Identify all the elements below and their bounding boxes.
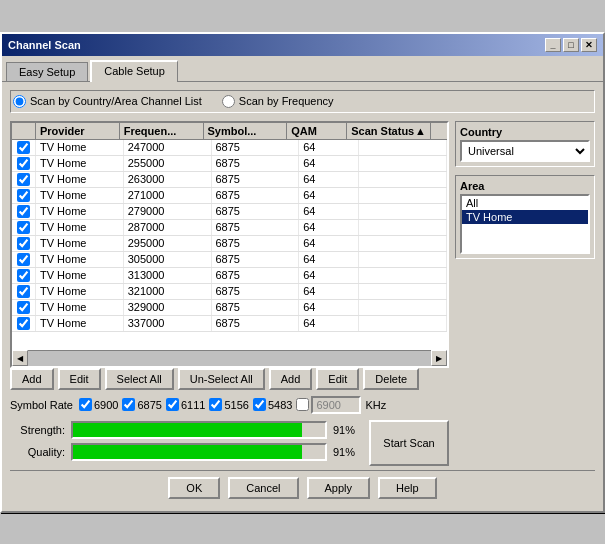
sr-5483[interactable]: 5483 (253, 398, 292, 411)
add-left-button[interactable]: Add (10, 368, 54, 390)
row-frequency-10: 329000 (124, 300, 212, 315)
edit-left-button[interactable]: Edit (58, 368, 101, 390)
sr-6111-check[interactable] (166, 398, 179, 411)
row-qam-3: 64 (299, 188, 359, 203)
row-check-4[interactable] (12, 204, 36, 219)
meters-left: Strength: 91% Quality: 91% (10, 421, 363, 465)
select-all-button[interactable]: Select All (105, 368, 174, 390)
quality-row: Quality: 91% (10, 443, 363, 461)
row-provider-9: TV Home (36, 284, 124, 299)
sr-6900-check[interactable] (79, 398, 92, 411)
col-symbol[interactable]: Symbol... (204, 123, 288, 139)
col-scan-status[interactable]: Scan Status ▲ (347, 123, 431, 139)
row-status-3 (359, 188, 447, 203)
row-symbol-6: 6875 (212, 236, 300, 251)
ok-button[interactable]: OK (168, 477, 220, 499)
row-check-1[interactable] (12, 156, 36, 171)
row-provider-2: TV Home (36, 172, 124, 187)
row-frequency-7: 305000 (124, 252, 212, 267)
scan-by-frequency-radio[interactable] (222, 95, 235, 108)
sr-6900[interactable]: 6900 (79, 398, 118, 411)
start-scan-button[interactable]: Start Scan (369, 420, 449, 466)
apply-button[interactable]: Apply (307, 477, 371, 499)
row-frequency-2: 263000 (124, 172, 212, 187)
row-qam-9: 64 (299, 284, 359, 299)
sr-custom-check[interactable] (296, 398, 309, 411)
row-check-6[interactable] (12, 236, 36, 251)
sr-5156[interactable]: 5156 (209, 398, 248, 411)
row-provider-0: TV Home (36, 140, 124, 155)
col-qam[interactable]: QAM (287, 123, 347, 139)
row-symbol-9: 6875 (212, 284, 300, 299)
row-symbol-3: 6875 (212, 188, 300, 203)
sr-6875[interactable]: 6875 (122, 398, 161, 411)
row-provider-1: TV Home (36, 156, 124, 171)
add-right-button[interactable]: Add (269, 368, 313, 390)
tab-easy-setup[interactable]: Easy Setup (6, 62, 88, 81)
table-row: TV Home 255000 6875 64 (12, 156, 447, 172)
scan-by-country-radio[interactable] (13, 95, 26, 108)
title-bar: Channel Scan _ □ ✕ (2, 34, 603, 56)
table-body: TV Home 247000 6875 64 TV Home 255000 68… (12, 140, 447, 350)
row-check-0[interactable] (12, 140, 36, 155)
row-qam-2: 64 (299, 172, 359, 187)
channel-scan-window: Channel Scan _ □ ✕ Easy Setup Cable Setu… (0, 32, 605, 513)
row-symbol-11: 6875 (212, 316, 300, 331)
row-check-3[interactable] (12, 188, 36, 203)
horizontal-scrollbar[interactable]: ◀ ▶ (12, 350, 447, 366)
col-frequency[interactable]: Frequen... (120, 123, 204, 139)
area-item-1[interactable]: TV Home (462, 210, 588, 224)
edit-right-button[interactable]: Edit (316, 368, 359, 390)
sr-5483-check[interactable] (253, 398, 266, 411)
cancel-button[interactable]: Cancel (228, 477, 298, 499)
table-row: TV Home 295000 6875 64 (12, 236, 447, 252)
row-status-7 (359, 252, 447, 267)
row-provider-5: TV Home (36, 220, 124, 235)
scroll-track[interactable] (28, 351, 431, 366)
table-row: TV Home 247000 6875 64 (12, 140, 447, 156)
delete-button[interactable]: Delete (363, 368, 419, 390)
row-check-9[interactable] (12, 284, 36, 299)
row-provider-4: TV Home (36, 204, 124, 219)
table-section: Provider Frequen... Symbol... QAM Scan S… (10, 121, 449, 466)
row-frequency-6: 295000 (124, 236, 212, 251)
table-buttons-row: Add Edit Select All Un-Select All Add Ed… (10, 368, 449, 390)
sr-custom-input[interactable] (311, 396, 361, 414)
row-check-11[interactable] (12, 316, 36, 331)
sr-custom[interactable] (296, 396, 361, 414)
row-provider-11: TV Home (36, 316, 124, 331)
col-provider[interactable]: Provider (36, 123, 120, 139)
sr-6111[interactable]: 6111 (166, 398, 205, 411)
row-check-5[interactable] (12, 220, 36, 235)
symbol-rate-label: Symbol Rate (10, 399, 73, 411)
scan-by-country-label: Scan by Country/Area Channel List (30, 95, 202, 107)
area-item-0[interactable]: All (462, 196, 588, 210)
country-select[interactable]: Universal (460, 140, 590, 162)
row-frequency-9: 321000 (124, 284, 212, 299)
row-symbol-8: 6875 (212, 268, 300, 283)
content-area: Scan by Country/Area Channel List Scan b… (2, 82, 603, 511)
unselect-all-button[interactable]: Un-Select All (178, 368, 265, 390)
tab-cable-setup[interactable]: Cable Setup (90, 60, 178, 82)
table-row: TV Home 313000 6875 64 (12, 268, 447, 284)
row-check-7[interactable] (12, 252, 36, 267)
strength-bar (73, 423, 302, 437)
row-status-0 (359, 140, 447, 155)
country-label: Country (460, 126, 590, 138)
scroll-left-button[interactable]: ◀ (12, 350, 28, 366)
close-button[interactable]: ✕ (581, 38, 597, 52)
row-check-8[interactable] (12, 268, 36, 283)
help-button[interactable]: Help (378, 477, 437, 499)
area-list[interactable]: AllTV Home (460, 194, 590, 254)
row-frequency-4: 279000 (124, 204, 212, 219)
scroll-right-button[interactable]: ▶ (431, 350, 447, 366)
minimize-button[interactable]: _ (545, 38, 561, 52)
row-qam-1: 64 (299, 156, 359, 171)
maximize-button[interactable]: □ (563, 38, 579, 52)
row-check-10[interactable] (12, 300, 36, 315)
sr-6875-check[interactable] (122, 398, 135, 411)
row-check-2[interactable] (12, 172, 36, 187)
scan-by-frequency-option[interactable]: Scan by Frequency (222, 95, 334, 108)
sr-5156-check[interactable] (209, 398, 222, 411)
scan-by-country-option[interactable]: Scan by Country/Area Channel List (13, 95, 202, 108)
